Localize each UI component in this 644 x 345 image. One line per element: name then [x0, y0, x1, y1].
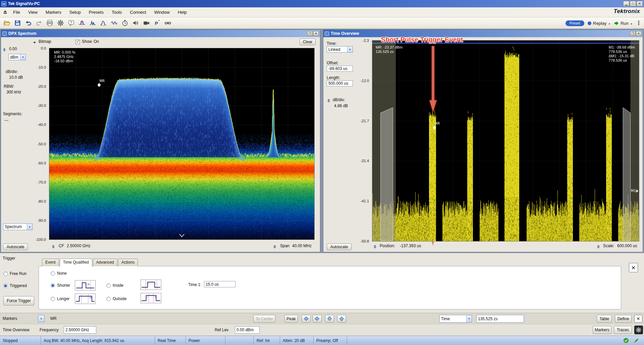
inside-radio[interactable]: Inside: [106, 283, 123, 288]
camera-icon[interactable]: [141, 18, 151, 28]
peak-button[interactable]: Peak: [284, 315, 298, 323]
run-controls: Preset Replay Run ⋮: [566, 17, 641, 29]
menu-item-tools[interactable]: Tools: [108, 7, 126, 17]
position-value[interactable]: -137.393 us: [400, 244, 421, 248]
status-acq: Acq BW: 40.00 MHz, Acq Length: 915.942 u…: [41, 336, 155, 345]
replay-control[interactable]: Replay: [588, 21, 610, 26]
menu-item-markers[interactable]: Markers: [42, 7, 65, 17]
eject-icon[interactable]: [3, 9, 8, 15]
triggered-radio[interactable]: Triggered: [3, 283, 27, 288]
combo-arrow-icon[interactable]: [466, 315, 472, 322]
menu-item-file[interactable]: File: [9, 7, 24, 17]
menu-item-window[interactable]: Window: [150, 7, 174, 17]
ref-lev-input[interactable]: [235, 326, 260, 334]
markers-close-button[interactable]: [634, 315, 642, 323]
trigger-close-button[interactable]: [629, 263, 638, 272]
cf-spinner[interactable]: [52, 244, 55, 249]
run-control[interactable]: Run: [614, 21, 633, 26]
marker-value-input[interactable]: [476, 315, 524, 323]
longer-radio[interactable]: Longer: [51, 296, 69, 301]
audio-icon[interactable]: [130, 18, 141, 28]
menu-item-connect[interactable]: Connect: [126, 7, 150, 17]
time-autoscale-button[interactable]: Autoscale: [327, 244, 352, 250]
annotation-icon[interactable]: T: [66, 18, 76, 28]
save-icon[interactable]: [12, 18, 22, 28]
dpx-plot[interactable]: MR: 0.000 %2.4875 GHz-18.50 dBm: [49, 48, 315, 240]
marker-p-icon[interactable]: P*: [152, 18, 162, 28]
dpx-panel-titlebar[interactable]: DPX Spectrum ❐ ✕: [1, 30, 320, 37]
tab-actions[interactable]: Actions: [118, 259, 138, 266]
link-icon[interactable]: [163, 18, 173, 28]
menu-item-setup[interactable]: Setup: [65, 7, 85, 17]
settings-gear-button[interactable]: [634, 326, 643, 334]
redo-icon[interactable]: [34, 18, 44, 28]
replay-dropdown-icon[interactable]: [608, 21, 610, 26]
undo-icon[interactable]: [23, 18, 33, 28]
settings-icon[interactable]: [55, 18, 65, 28]
table-button[interactable]: Table: [597, 315, 612, 323]
marker-left-button[interactable]: [302, 315, 311, 323]
tab-event[interactable]: Event: [42, 259, 59, 266]
maximize-button[interactable]: □: [630, 1, 636, 6]
traces-panel-button[interactable]: Traces: [614, 326, 632, 334]
position-spinner[interactable]: [374, 244, 377, 249]
annotation-arrow-icon: [428, 46, 438, 113]
marker-right-button[interactable]: [313, 315, 322, 323]
none-radio[interactable]: None: [51, 271, 67, 276]
markers-bar-label: Markers: [3, 316, 17, 321]
panel-close-button[interactable]: ✕: [313, 31, 319, 36]
pulse-trace-icon[interactable]: [88, 18, 98, 28]
marker-down-button[interactable]: [325, 315, 334, 323]
dpx-bitmap-display[interactable]: [49, 48, 314, 239]
time-trace-icon[interactable]: [109, 18, 119, 28]
time1-input[interactable]: [204, 281, 235, 287]
cf-value[interactable]: 2.50000 GHz: [67, 244, 91, 248]
markers-panel-button[interactable]: Markers: [593, 326, 611, 334]
shorter-radio[interactable]: Shorter: [51, 283, 70, 288]
free-run-radio[interactable]: Free Run: [3, 271, 26, 276]
minimize-button[interactable]: ▁: [623, 1, 629, 6]
combo-arrow-icon[interactable]: [38, 315, 44, 322]
status-bar: Stopped Acq BW: 40.00 MHz, Acq Length: 9…: [0, 336, 644, 345]
print-icon[interactable]: [45, 18, 55, 28]
force-trigger-button[interactable]: Force Trigger: [3, 296, 34, 305]
menu-item-view[interactable]: View: [24, 7, 42, 17]
spectrum-trace-icon[interactable]: [98, 18, 108, 28]
outside-radio[interactable]: Outside: [106, 296, 126, 301]
frequency-input[interactable]: [64, 326, 96, 334]
status-preamp: Preamp: Off: [314, 336, 347, 345]
trigger-icon[interactable]: [77, 18, 87, 28]
preset-button[interactable]: Preset: [566, 20, 584, 26]
marker-readout-type-combo[interactable]: Time: [439, 315, 472, 323]
close-button[interactable]: ✕: [637, 1, 643, 6]
status-mode: Real Time: [155, 336, 186, 345]
marker-up-button[interactable]: [337, 315, 346, 323]
span-spinner[interactable]: [273, 244, 277, 249]
panel-restore-button[interactable]: ❐: [630, 31, 635, 36]
span-value[interactable]: 40.00 MHz: [292, 244, 312, 248]
scale-value[interactable]: 600.000 us: [617, 244, 637, 248]
panel-close-button[interactable]: ✕: [636, 31, 641, 36]
scale-spinner[interactable]: [597, 244, 600, 249]
clear-button[interactable]: Clear: [300, 39, 316, 45]
marker-select-combo[interactable]: [38, 315, 45, 322]
to-center-button[interactable]: To Center: [253, 315, 275, 323]
status-ok-icon[interactable]: [623, 338, 629, 343]
open-icon[interactable]: [2, 18, 12, 28]
time-overview-display[interactable]: [372, 41, 639, 241]
tab-advanced[interactable]: Advanced: [93, 259, 117, 266]
panel-restore-button[interactable]: ❐: [307, 31, 313, 36]
time-panel-titlebar[interactable]: Time Overview ❐ ✕: [323, 30, 643, 37]
define-button[interactable]: Define: [615, 315, 632, 323]
more-options-icon[interactable]: ⋮: [636, 21, 641, 25]
tab-time-qualified[interactable]: Time Qualified: [60, 259, 92, 267]
menu-item-presets[interactable]: Presets: [85, 7, 108, 17]
menu-item-help[interactable]: Help: [174, 7, 191, 17]
edit-icon[interactable]: [634, 338, 639, 343]
show-checkbox[interactable]: [75, 40, 80, 44]
cf-label: CF: [59, 244, 64, 248]
time-overview-plot[interactable]: MR: -23.37 dBm135.525 zs M1: -38.68 dBm7…: [372, 40, 639, 242]
radio-icon: [106, 297, 111, 301]
stopwatch-icon[interactable]: [120, 18, 130, 28]
run-dropdown-icon[interactable]: [630, 21, 633, 26]
